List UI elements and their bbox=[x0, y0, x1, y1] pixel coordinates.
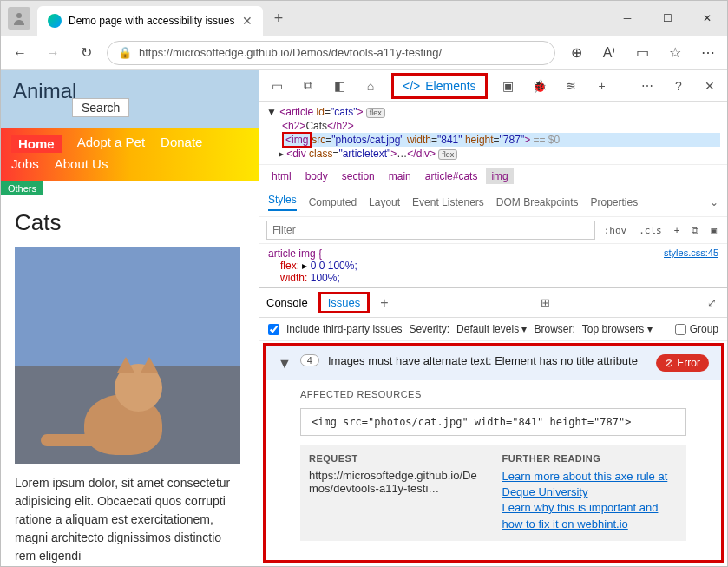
request-label: REQUEST bbox=[309, 453, 485, 464]
error-badge: ⊘Error bbox=[656, 354, 709, 372]
nav-about[interactable]: About Us bbox=[55, 156, 108, 171]
help-icon[interactable]: ? bbox=[668, 76, 689, 96]
search-label[interactable]: Search bbox=[72, 98, 129, 117]
url-field[interactable]: 🔒 https://microsoftedge.github.io/Demos/… bbox=[107, 41, 555, 65]
nav-donate[interactable]: Donate bbox=[161, 135, 202, 153]
site-title: Animal bbox=[13, 79, 246, 103]
include-thirdparty-checkbox[interactable] bbox=[268, 324, 279, 335]
browser-tab[interactable]: Demo page with accessibility issues ✕ bbox=[37, 6, 263, 36]
tab-title: Demo page with accessibility issues bbox=[69, 15, 235, 27]
svg-point-0 bbox=[16, 13, 22, 18]
issues-filter-bar: Include third-party issues Severity: Def… bbox=[259, 318, 727, 341]
tab-issues[interactable]: Issues bbox=[318, 292, 371, 313]
page-heading: Cats bbox=[15, 209, 245, 236]
nav-jobs[interactable]: Jobs bbox=[11, 156, 39, 171]
favorite-icon[interactable]: ☆ bbox=[663, 41, 687, 65]
css-rule[interactable]: styles.css:45 article img { flex: ▸ 0 0 … bbox=[259, 244, 727, 287]
more-tabs-icon[interactable]: + bbox=[592, 76, 613, 96]
dock-icon[interactable]: ◧ bbox=[329, 76, 350, 96]
console-icon[interactable]: ▣ bbox=[498, 76, 519, 96]
url-text: https://microsoftedge.github.io/Demos/de… bbox=[139, 46, 442, 59]
reload-button[interactable]: ↻ bbox=[74, 41, 98, 65]
profile-avatar[interactable] bbox=[8, 7, 30, 30]
tab-elements[interactable]: </> Elements bbox=[391, 73, 488, 99]
inspect-icon[interactable]: ▭ bbox=[266, 76, 287, 96]
severity-dropdown[interactable]: Default levels ▾ bbox=[456, 323, 527, 335]
affected-code[interactable]: <img src="photos/cat.jpg" width="841" he… bbox=[300, 408, 686, 436]
browser-dropdown[interactable]: Top browsers ▾ bbox=[582, 323, 653, 335]
read-aloud-icon[interactable]: A⁾ bbox=[597, 41, 621, 65]
nav-home[interactable]: Home bbox=[11, 135, 62, 153]
new-rule-icon[interactable]: + bbox=[671, 223, 684, 238]
more-icon[interactable]: ⋯ bbox=[637, 76, 658, 96]
affected-resources-label: AFFECTED RESOURCES bbox=[300, 389, 686, 399]
site-header: Animal Search bbox=[1, 70, 259, 128]
tab-console[interactable]: Console bbox=[266, 296, 308, 309]
chevron-icon[interactable]: ⌄ bbox=[710, 196, 718, 208]
collections-icon[interactable]: ▭ bbox=[630, 41, 654, 65]
site-nav: Home Adopt a Pet Donate Jobs About Us bbox=[1, 128, 259, 181]
issue-title: Images must have alternate text: Element… bbox=[328, 354, 647, 367]
issues-panel: ▼ 4 Images must have alternate text: Ele… bbox=[263, 343, 724, 563]
cls-toggle[interactable]: .cls bbox=[635, 223, 666, 238]
hov-toggle[interactable]: :hov bbox=[600, 223, 631, 238]
styles-tabbar: Styles Computed Layout Event Listeners D… bbox=[259, 188, 727, 217]
cat-image bbox=[15, 247, 240, 464]
request-url[interactable]: https://microsoftedge.github.io/Demos/de… bbox=[309, 469, 485, 495]
close-tab-icon[interactable]: ✕ bbox=[242, 14, 253, 28]
tab-properties[interactable]: Properties bbox=[591, 196, 639, 208]
further-reading-label: FURTHER READING bbox=[502, 453, 679, 464]
nav-adopt[interactable]: Adopt a Pet bbox=[77, 135, 145, 153]
tab-event-listeners[interactable]: Event Listeners bbox=[412, 196, 484, 208]
devtools-toolbar: ▭ ⧉ ◧ ⌂ </> Elements ▣ 🐞 ≋ + ⋯ ? ✕ bbox=[259, 70, 727, 102]
add-drawer-tab-icon[interactable]: + bbox=[380, 295, 388, 311]
copy-icon[interactable]: ⧉ bbox=[688, 223, 702, 238]
chevron-down-icon[interactable]: ▼ bbox=[278, 356, 292, 372]
forward-button[interactable]: → bbox=[41, 41, 65, 65]
article-text: Lorem ipsum dolor, sit amet consectetur … bbox=[15, 474, 245, 565]
nav-others[interactable]: Others bbox=[1, 181, 43, 195]
source-link[interactable]: styles.css:45 bbox=[664, 247, 718, 258]
styles-filter-input[interactable] bbox=[266, 221, 595, 240]
address-bar: ← → ↻ 🔒 https://microsoftedge.github.io/… bbox=[1, 36, 727, 70]
titlebar: Demo page with accessibility issues ✕ + … bbox=[1, 1, 727, 36]
dom-tree[interactable]: ▼ <article id="cats"> flex <h2>Cats</h2>… bbox=[259, 102, 727, 164]
close-devtools-icon[interactable]: ✕ bbox=[699, 76, 720, 96]
computed-toggle-icon[interactable]: ▣ bbox=[707, 223, 720, 238]
further-link-1[interactable]: Learn more about this axe rule at Deque … bbox=[502, 469, 679, 500]
issue-row[interactable]: ▼ 4 Images must have alternate text: Ele… bbox=[266, 346, 721, 380]
network-icon[interactable]: ≋ bbox=[561, 76, 581, 96]
group-checkbox[interactable] bbox=[675, 324, 686, 335]
tab-layout[interactable]: Layout bbox=[369, 196, 400, 208]
drawer-icon[interactable]: ⊞ bbox=[537, 296, 554, 309]
expand-drawer-icon[interactable]: ⤢ bbox=[703, 296, 720, 309]
selected-dom-node[interactable]: <imgsrc="photos/cat.jpg" width="841" hei… bbox=[282, 133, 720, 147]
lock-icon: 🔒 bbox=[118, 46, 132, 59]
webpage-viewport: Animal Search Home Adopt a Pet Donate Jo… bbox=[1, 70, 259, 566]
menu-icon[interactable]: ⋯ bbox=[696, 41, 720, 65]
maximize-button[interactable]: ☐ bbox=[647, 4, 687, 32]
welcome-icon[interactable]: ⌂ bbox=[360, 76, 381, 96]
dom-breadcrumb[interactable]: html body section main article#cats img bbox=[259, 164, 727, 188]
devtools-panel: ▭ ⧉ ◧ ⌂ </> Elements ▣ 🐞 ≋ + ⋯ ? ✕ ▼ <ar… bbox=[259, 70, 727, 566]
close-window-button[interactable]: ✕ bbox=[687, 4, 727, 32]
device-icon[interactable]: ⧉ bbox=[298, 76, 318, 96]
code-icon: </> bbox=[403, 79, 420, 93]
issue-count-badge: 4 bbox=[300, 354, 319, 366]
tab-dom-breakpoints[interactable]: DOM Breakpoints bbox=[496, 196, 579, 208]
edge-icon bbox=[48, 14, 62, 28]
minimize-button[interactable]: ─ bbox=[607, 4, 647, 32]
tab-styles[interactable]: Styles bbox=[268, 194, 297, 211]
back-button[interactable]: ← bbox=[8, 41, 32, 65]
bug-icon[interactable]: 🐞 bbox=[529, 76, 550, 96]
new-tab-button[interactable]: + bbox=[266, 6, 291, 30]
tab-computed[interactable]: Computed bbox=[309, 196, 357, 208]
further-link-2[interactable]: Learn why this is important and how to f… bbox=[502, 500, 679, 531]
drawer-tabbar: Console Issues + ⊞ ⤢ bbox=[259, 287, 727, 318]
app-icon[interactable]: ⊕ bbox=[564, 41, 588, 65]
